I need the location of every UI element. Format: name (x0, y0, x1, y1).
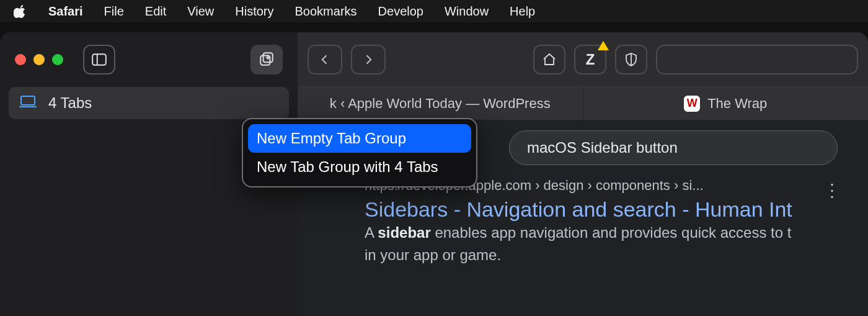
search-results: https://developer.apple.com › design › c… (298, 175, 831, 266)
favicon-thewrap-icon: W (684, 96, 700, 112)
search-input[interactable]: macOS Sidebar button (509, 130, 838, 165)
tab-title: The Wrap (707, 96, 767, 112)
macos-menubar: Safari File Edit View History Bookmarks … (0, 0, 868, 22)
apple-logo-icon[interactable] (14, 4, 27, 18)
menu-item-new-empty-tab-group[interactable]: New Empty Tab Group (248, 124, 471, 153)
forward-button[interactable] (351, 45, 386, 74)
menu-item-label: New Tab Group with 4 Tabs (257, 158, 438, 176)
sidebar-toolbar (0, 32, 298, 87)
menu-item-new-tab-group-with-tabs[interactable]: New Tab Group with 4 Tabs (248, 153, 471, 181)
warning-badge-icon (598, 41, 609, 50)
window-minimize-button[interactable] (33, 54, 45, 65)
window-traffic-lights (15, 54, 63, 65)
tab-2[interactable]: W The Wrap (583, 87, 869, 120)
sidebar-item-local-tabs[interactable]: 4 Tabs (9, 87, 289, 119)
new-tab-group-button[interactable] (250, 45, 283, 74)
tab-title: k ‹ Apple World Today — WordPress (330, 96, 551, 112)
menubar-item-develop[interactable]: Develop (378, 4, 423, 19)
result-title-link[interactable]: Sidebars - Navigation and search - Human… (365, 197, 792, 221)
toggle-sidebar-button[interactable] (83, 45, 115, 74)
menu-item-label: New Empty Tab Group (257, 130, 406, 147)
menubar-item-edit[interactable]: Edit (145, 4, 166, 19)
sidebar-item-label: 4 Tabs (48, 94, 92, 112)
window-close-button[interactable] (15, 54, 26, 65)
menubar-app-name[interactable]: Safari (48, 4, 83, 19)
laptop-icon (19, 95, 37, 111)
menubar-item-view[interactable]: View (187, 4, 214, 19)
menubar-item-history[interactable]: History (235, 4, 273, 19)
search-query-text: macOS Sidebar button (527, 139, 678, 156)
sidebar-list: 4 Tabs (0, 87, 298, 119)
menubar-item-bookmarks[interactable]: Bookmarks (295, 4, 357, 19)
tab-group-dropdown: New Empty Tab Group New Tab Group with 4… (242, 118, 477, 187)
tab-1[interactable]: k ‹ Apple World Today — WordPress (298, 87, 583, 120)
svg-rect-0 (92, 54, 106, 65)
zotero-extension-button[interactable]: Z (574, 45, 606, 74)
tab-strip: k ‹ Apple World Today — WordPress W The … (298, 87, 868, 120)
menubar-item-help[interactable]: Help (510, 4, 535, 19)
svg-rect-6 (21, 96, 35, 105)
menubar-item-file[interactable]: File (104, 4, 124, 19)
menubar-item-window[interactable]: Window (445, 4, 489, 19)
home-button[interactable] (533, 45, 565, 74)
address-bar[interactable] (656, 45, 858, 74)
main-toolbar: Z (298, 32, 868, 87)
result-more-icon[interactable]: ⋮ (823, 180, 843, 201)
result-snippet: A sidebar enables app navigation and pro… (365, 222, 831, 266)
z-letter-icon: Z (586, 51, 595, 68)
window-zoom-button[interactable] (52, 54, 63, 65)
back-button[interactable] (308, 45, 342, 74)
privacy-shield-button[interactable] (615, 45, 647, 74)
safari-window: 4 Tabs Z k (0, 32, 868, 316)
